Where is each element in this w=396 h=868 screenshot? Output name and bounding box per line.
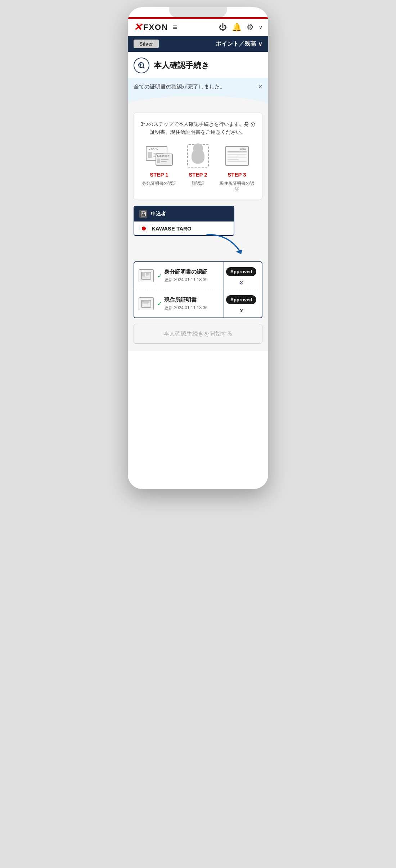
applicant-title: 申込者 (151, 211, 166, 217)
svg-rect-4 (141, 212, 145, 216)
doc-2-title: 現住所証明書 (164, 297, 225, 303)
svg-line-2 (143, 67, 144, 68)
documents-section: ✓ 身分証明書の認証 更新:2024.01.11 18:39 Approved … (128, 261, 268, 324)
passport-card: PASSPORT (156, 154, 173, 166)
logo: ✕ FXON (134, 22, 168, 32)
documents-card: ✓ 身分証明書の認証 更新:2024.01.11 18:39 Approved … (134, 261, 262, 318)
power-icon[interactable]: ⏻ (219, 23, 227, 32)
start-button-section: 本人確認手続きを開始する (128, 324, 268, 351)
doc-rows-wrapper: ✓ 身分証明書の認証 更新:2024.01.11 18:39 Approved … (134, 262, 262, 317)
step-3: BANK STEP 3 現住所証明書の認証 (219, 143, 255, 193)
logo-text: FXON (143, 23, 168, 32)
header-right: ⏻ 🔔 ⚙ ∨ (219, 23, 262, 32)
expand-chevron-2[interactable]: ⌄ ⌄ (239, 306, 244, 312)
applicant-header: 申込者 (134, 206, 234, 221)
chevron-down-icon[interactable]: ∨ (259, 24, 262, 30)
step-1-desc: 身分証明書の認証 (142, 181, 176, 187)
doc-1-icon (139, 269, 154, 282)
jp-flag-circle (142, 227, 146, 230)
expand-chevron-1[interactable]: ⌄ ⌄ (239, 278, 244, 284)
step-3-icon: BANK (222, 143, 251, 169)
check-icon-1: ✓ (157, 273, 162, 279)
wave-divider (128, 96, 268, 107)
step-1-icon: ID CARD (145, 143, 174, 169)
alert-banner: 全ての証明書の確認が完了しました。 × (128, 78, 268, 96)
page-title: 本人確認手続き (154, 60, 210, 71)
svg-point-0 (139, 63, 144, 68)
points-label[interactable]: ポイント／残高 ∨ (216, 40, 262, 48)
gear-icon[interactable]: ⚙ (247, 23, 254, 32)
svg-point-1 (140, 64, 141, 65)
japan-flag-icon (139, 225, 148, 232)
steps-card: 3つのステップで本人確認手続きを行います。身 分証明書、現住所証明書をご用意くだ… (134, 113, 262, 200)
doc-1-title: 身分証明書の認証 (164, 269, 225, 275)
doc-2-status-col: Approved ⌄ ⌄ (225, 295, 257, 312)
step-1: ID CARD (141, 143, 177, 187)
steps-row: ID CARD (140, 143, 256, 193)
step-2-desc: 顔認証 (192, 181, 204, 187)
logo-x-icon: ✕ (134, 22, 142, 32)
doc-2-info: 現住所証明書 更新:2024.01.11 18:36 (164, 297, 225, 311)
silver-badge: Silver (134, 40, 159, 48)
document-row-2[interactable]: ✓ 現住所証明書 更新:2024.01.11 18:36 Approved ⌄ … (134, 290, 262, 317)
alert-text: 全ての証明書の確認が完了しました。 (134, 83, 225, 90)
curved-arrow-svg (200, 231, 257, 260)
phone-frame: ✕ FXON ≡ ⏻ 🔔 ⚙ ∨ Silver ポイント／残高 ∨ (128, 7, 268, 489)
phone-notch (169, 7, 227, 17)
alert-close-button[interactable]: × (258, 83, 262, 91)
step-2-label: STEP 2 (189, 172, 207, 178)
approved-badge-2: Approved (226, 295, 257, 304)
step-3-desc: 現住所証明書の認証 (219, 181, 255, 193)
approved-badge-1: Approved (226, 267, 257, 276)
page-title-icon (134, 58, 149, 73)
face-body-shape (192, 149, 204, 164)
applicant-icon-box (139, 210, 147, 218)
id-card-illustration: ID CARD (146, 146, 173, 166)
doc-1-status-col: Approved ⌄ ⌄ (225, 267, 257, 284)
face-illustration (187, 144, 209, 168)
document-row-1[interactable]: ✓ 身分証明書の認証 更新:2024.01.11 18:39 Approved … (134, 262, 262, 290)
app-header: ✕ FXON ≡ ⏻ 🔔 ⚙ ∨ (128, 19, 268, 36)
step-2: STEP 2 顔認証 (180, 143, 216, 187)
bell-icon[interactable]: 🔔 (232, 23, 242, 32)
doc-2-date: 更新:2024.01.11 18:36 (164, 305, 225, 311)
arrow-section (128, 242, 268, 261)
step-2-icon (184, 143, 212, 169)
applicant-name: KAWASE TARO (152, 225, 192, 232)
step-1-label: STEP 1 (150, 172, 168, 178)
svg-rect-5 (142, 213, 143, 214)
step-3-label: STEP 3 (228, 172, 246, 178)
check-icon-2: ✓ (157, 300, 162, 307)
steps-description: 3つのステップで本人確認手続きを行います。身 分証明書、現住所証明書をご用意くだ… (140, 120, 256, 136)
doc-1-date: 更新:2024.01.11 18:39 (164, 277, 225, 283)
doc-2-icon (139, 297, 154, 310)
doc-1-info: 身分証明書の認証 更新:2024.01.11 18:39 (164, 269, 225, 283)
header-left: ✕ FXON ≡ (134, 22, 177, 32)
bank-doc-illustration: BANK (225, 146, 249, 166)
svg-rect-10 (142, 273, 145, 277)
hamburger-menu-icon[interactable]: ≡ (172, 23, 177, 32)
start-verification-button[interactable]: 本人確認手続きを開始する (134, 324, 262, 344)
steps-section: 3つのステップで本人確認手続きを行います。身 分証明書、現住所証明書をご用意くだ… (128, 107, 268, 206)
silver-bar: Silver ポイント／残高 ∨ (128, 36, 268, 52)
page-title-section: 本人確認手続き (128, 52, 268, 78)
